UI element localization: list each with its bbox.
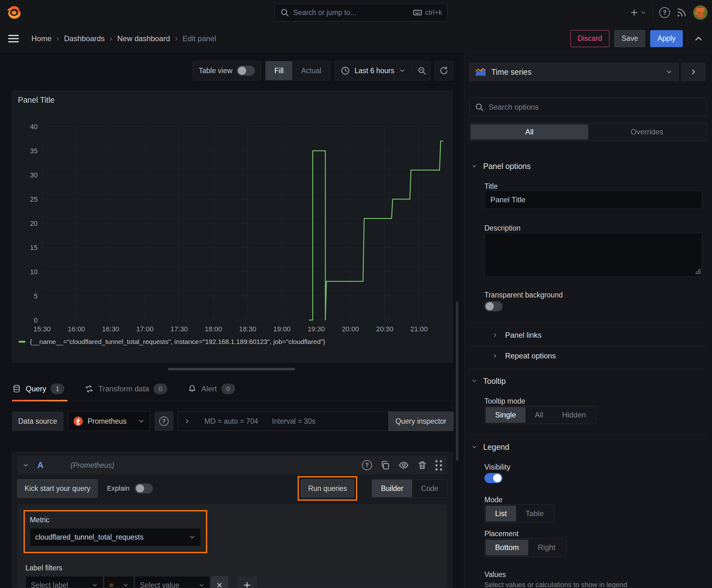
svg-text:20:30: 20:30 — [376, 325, 393, 333]
breadcrumb-bar: Home › Dashboards › New dashboard › Edit… — [0, 25, 712, 52]
chart-panel[interactable]: Panel Title 051015202530354015:3016:0016… — [12, 91, 453, 362]
keyboard-icon — [412, 8, 423, 17]
tab-query[interactable]: Query 1 — [12, 377, 64, 401]
chevron-down-icon — [138, 417, 145, 426]
breadcrumb-new-dashboard[interactable]: New dashboard — [117, 34, 170, 43]
drag-handle-icon[interactable] — [435, 460, 442, 470]
grafana-logo-icon[interactable] — [6, 4, 23, 21]
run-queries-button[interactable]: Run queries — [301, 479, 354, 498]
legend-table-option[interactable]: Table — [516, 506, 553, 521]
breadcrumb-separator: › — [175, 34, 178, 43]
divider — [469, 435, 707, 435]
collapse-chevron-up-icon[interactable] — [693, 33, 704, 44]
legend-mode-label: Mode — [484, 496, 503, 504]
visualization-picker[interactable]: Time series — [469, 63, 679, 81]
series-label[interactable]: {__name__="cloudflared_tunnel_total_requ… — [30, 338, 325, 345]
refresh-control[interactable] — [434, 61, 453, 80]
chevron-down-icon[interactable] — [22, 460, 29, 470]
query-help-icon[interactable]: ? — [362, 460, 372, 470]
bell-icon — [188, 384, 197, 394]
repeat-options-row[interactable]: Repeat options — [492, 351, 556, 361]
timeseries-viz-icon — [475, 67, 486, 76]
chevron-down-icon[interactable] — [399, 66, 406, 76]
tooltip-hidden-option[interactable]: Hidden — [553, 407, 595, 423]
panel-options-header[interactable]: Panel options — [471, 162, 531, 171]
query-options-bar[interactable]: MD = auto = 704 Interval = 30s Query ins… — [178, 412, 454, 431]
values-hint: Select values or calculations to show in… — [484, 581, 627, 588]
eye-icon[interactable] — [398, 460, 409, 470]
tab-alert-label: Alert — [201, 384, 217, 393]
table-view-label: Table view — [199, 67, 232, 75]
options-filter-tabs: All Overrides — [469, 123, 707, 141]
placement-bottom-option[interactable]: Bottom — [486, 540, 528, 555]
apply-button[interactable]: Apply — [650, 30, 683, 47]
kick-start-button[interactable]: Kick start your query — [17, 479, 98, 498]
description-textarea[interactable] — [484, 233, 702, 277]
tooltip-all-option[interactable]: All — [525, 407, 553, 423]
panel-links-row[interactable]: Panel links — [492, 331, 542, 340]
query-inspector-button[interactable]: Query inspector — [388, 412, 454, 431]
fill-option[interactable]: Fill — [265, 61, 292, 80]
user-avatar[interactable] — [693, 5, 708, 20]
breadcrumb-dashboards[interactable]: Dashboards — [64, 34, 105, 43]
svg-text:20:00: 20:00 — [342, 325, 359, 333]
divider — [653, 6, 653, 19]
duplicate-icon[interactable] — [380, 460, 390, 470]
datasource-row: Data source Prometheus ? MD = auto = 704… — [12, 411, 454, 431]
transparent-bg-toggle[interactable] — [484, 301, 503, 311]
tooltip-header[interactable]: Tooltip — [471, 376, 506, 386]
main-scrollbar-thumb[interactable] — [456, 301, 458, 460]
datasource-help-button[interactable]: ? — [154, 412, 173, 431]
remove-filter-button[interactable] — [211, 576, 228, 588]
actual-option[interactable]: Actual — [292, 61, 330, 80]
select-value-dropdown[interactable]: Select value — [135, 576, 210, 588]
operator-dropdown[interactable]: = — [104, 576, 134, 588]
zoom-out-icon[interactable] — [417, 66, 427, 76]
add-filter-button[interactable] — [237, 576, 257, 588]
time-series-chart[interactable]: 051015202530354015:3016:0016:3017:0017:3… — [12, 91, 453, 336]
series-color-swatch — [19, 341, 25, 343]
tab-query-label: Query — [26, 384, 46, 393]
panel-resize-handle[interactable] — [168, 368, 295, 370]
content: Table view Fill Actual Last 6 hours — [0, 52, 712, 588]
svg-text:18:30: 18:30 — [239, 325, 256, 333]
tab-overrides[interactable]: Overrides — [588, 124, 706, 140]
legend-list-option[interactable]: List — [486, 506, 516, 521]
placement-right-option[interactable]: Right — [528, 540, 565, 555]
collapse-options-button[interactable] — [682, 63, 706, 81]
options-search-input[interactable] — [489, 103, 702, 111]
breadcrumb-separator: › — [110, 34, 112, 43]
svg-text:16:00: 16:00 — [68, 325, 85, 333]
news-rss-icon[interactable] — [676, 7, 687, 18]
table-view-toggle[interactable] — [237, 66, 255, 76]
tab-transform-data[interactable]: Transform data 0 — [84, 377, 167, 401]
discard-button[interactable]: Discard — [570, 30, 609, 47]
chevron-down-icon — [665, 67, 673, 77]
panel-title-input[interactable] — [484, 191, 702, 209]
metric-select[interactable]: cloudflared_tunnel_total_requests — [30, 528, 201, 546]
legend-header[interactable]: Legend — [471, 442, 509, 452]
trash-icon[interactable] — [417, 460, 427, 470]
prometheus-icon — [73, 416, 83, 426]
help-icon[interactable]: ? — [659, 7, 670, 18]
code-option[interactable]: Code — [412, 480, 447, 497]
run-queries-annotation: Run queries — [301, 479, 354, 498]
new-menu-button[interactable] — [629, 8, 646, 17]
menu-toggle-icon[interactable] — [8, 35, 19, 42]
divider — [688, 32, 688, 45]
query-row-header[interactable]: A (Prometheus) ? — [17, 456, 447, 474]
time-range-label[interactable]: Last 6 hours — [354, 67, 394, 75]
save-button[interactable]: Save — [614, 30, 645, 47]
tooltip-single-option[interactable]: Single — [486, 407, 525, 423]
breadcrumb-home[interactable]: Home — [31, 34, 51, 43]
builder-option[interactable]: Builder — [372, 480, 412, 497]
tab-all[interactable]: All — [471, 124, 588, 140]
explain-toggle[interactable] — [135, 483, 153, 493]
chart-legend[interactable]: {__name__="cloudflared_tunnel_total_requ… — [19, 338, 325, 345]
datasource-picker[interactable]: Prometheus — [68, 412, 150, 431]
tab-alert[interactable]: Alert 0 — [188, 377, 235, 401]
select-label-dropdown[interactable]: Select label — [25, 576, 103, 588]
global-search-input[interactable] — [293, 8, 408, 17]
svg-text:20: 20 — [30, 219, 38, 227]
visibility-toggle[interactable] — [484, 473, 503, 483]
